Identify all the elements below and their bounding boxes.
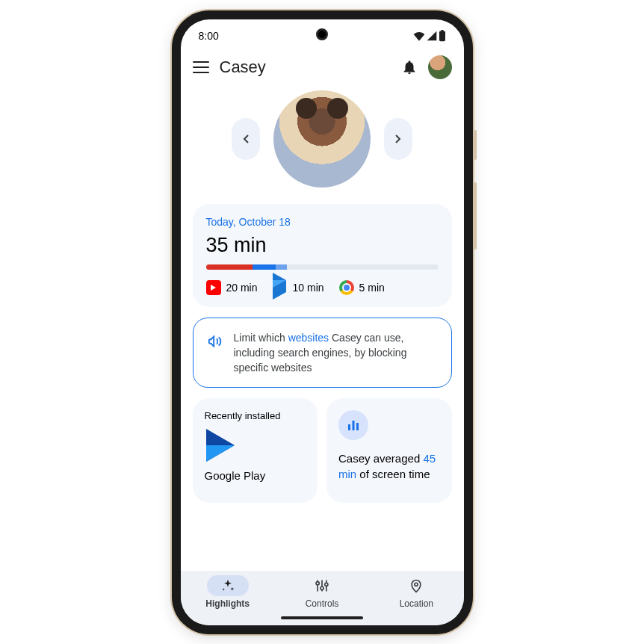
play-icon-large — [206, 429, 235, 462]
menu-icon[interactable] — [193, 61, 209, 73]
screen-time-card[interactable]: Today, October 18 35 min 20 min — [193, 204, 452, 307]
chevron-right-icon — [394, 134, 402, 143]
recently-installed-card[interactable]: Recently installed Google Play — [193, 398, 318, 503]
notification-icon[interactable] — [401, 59, 418, 75]
screen: 8:00 Casey — [181, 19, 464, 625]
app-youtube: 20 min — [206, 280, 258, 295]
total-time: 35 min — [206, 234, 439, 257]
svg-rect-1 — [441, 30, 443, 31]
app-chrome: 5 min — [339, 280, 385, 295]
signal-icon — [427, 31, 437, 41]
wifi-icon — [413, 31, 425, 41]
app-play: 10 min — [273, 280, 324, 295]
child-avatar[interactable] — [273, 90, 371, 188]
page-title: Casey — [220, 58, 391, 77]
location-icon — [409, 578, 424, 593]
usage-bar — [206, 264, 439, 270]
account-avatar[interactable] — [428, 55, 452, 79]
chrome-time: 5 min — [359, 282, 385, 294]
tip-text: Limit which websites Casey can use, incl… — [234, 330, 438, 376]
recent-title: Recently installed — [205, 410, 306, 421]
svg-point-10 — [325, 583, 328, 586]
bar-seg-chrome — [276, 264, 288, 270]
main-content: Today, October 18 35 min 20 min — [181, 204, 464, 571]
bar-chart-icon — [338, 410, 368, 440]
bar-seg-youtube — [206, 264, 253, 270]
svg-rect-2 — [348, 424, 350, 430]
svg-rect-3 — [353, 421, 355, 430]
play-icon — [273, 280, 288, 295]
date-label: Today, October 18 — [206, 216, 439, 228]
megaphone-icon — [207, 333, 223, 350]
bottom-nav: Highlights Controls Location — [181, 571, 464, 610]
svg-rect-0 — [439, 31, 445, 41]
power-button — [474, 130, 477, 160]
youtube-time: 20 min — [226, 282, 258, 294]
recent-app-name: Google Play — [205, 469, 306, 482]
play-time: 10 min — [293, 282, 324, 294]
stat-post: of screen time — [356, 468, 430, 480]
nav-controls-label: Controls — [306, 598, 339, 609]
tip-pre: Limit which — [234, 332, 288, 344]
volume-button — [474, 182, 477, 250]
gesture-bar[interactable] — [181, 610, 464, 625]
bar-seg-play — [253, 264, 276, 270]
status-time: 8:00 — [199, 30, 219, 42]
nav-location-label: Location — [400, 598, 433, 609]
chrome-icon — [339, 280, 354, 295]
app-header: Casey — [181, 49, 464, 87]
tip-card[interactable]: Limit which websites Casey can use, incl… — [193, 318, 452, 388]
battery-icon — [439, 30, 446, 42]
next-child-button[interactable] — [384, 118, 412, 160]
nav-location[interactable]: Location — [369, 575, 463, 609]
nav-highlights[interactable]: Highlights — [181, 575, 275, 609]
svg-point-11 — [415, 583, 418, 586]
nav-highlights-label: Highlights — [205, 598, 250, 609]
phone-frame: 8:00 Casey — [172, 10, 473, 634]
highlights-icon — [220, 578, 235, 593]
controls-icon — [315, 578, 329, 593]
average-card[interactable]: Casey averaged 45 min of screen time — [326, 398, 452, 503]
svg-point-8 — [321, 586, 323, 589]
stat-pre: Casey averaged — [338, 452, 423, 465]
status-icons — [413, 30, 446, 42]
youtube-icon — [206, 280, 221, 295]
stage: 8:00 Casey — [0, 0, 644, 644]
chevron-left-icon — [242, 134, 250, 143]
front-camera — [316, 28, 328, 40]
nav-controls[interactable]: Controls — [275, 575, 369, 609]
svg-point-6 — [316, 581, 319, 584]
info-grid: Recently installed Google Play Casey ave… — [193, 398, 452, 503]
app-breakdown: 20 min 10 min 5 min — [206, 280, 439, 295]
svg-rect-4 — [356, 423, 359, 430]
stat-text: Casey averaged 45 min of screen time — [338, 451, 440, 482]
tip-keyword: websites — [288, 332, 329, 344]
prev-child-button[interactable] — [232, 118, 260, 160]
profile-switcher — [181, 87, 464, 204]
